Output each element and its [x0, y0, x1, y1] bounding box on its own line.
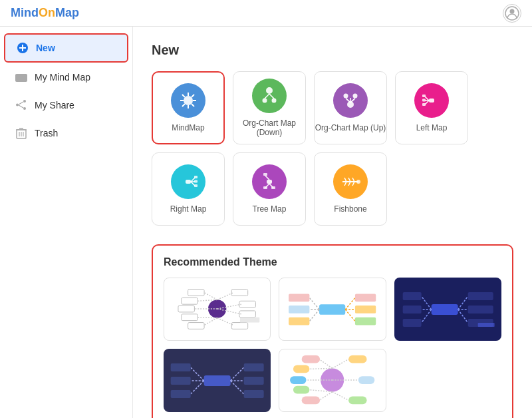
svg-line-24	[182, 104, 185, 106]
theme-card-3[interactable]	[394, 278, 501, 341]
svg-point-30	[272, 99, 277, 103]
svg-rect-94	[355, 317, 376, 325]
trash-icon	[15, 126, 28, 140]
svg-rect-80	[178, 306, 194, 312]
svg-point-6	[23, 100, 26, 103]
svg-rect-43	[422, 95, 426, 97]
map-type-tree-map[interactable]: Tree Map	[233, 152, 306, 226]
svg-point-26	[266, 87, 273, 94]
svg-rect-137	[293, 386, 309, 394]
map-type-org-down[interactable]: Org-Chart Map(Down)	[233, 71, 306, 144]
user-avatar[interactable]	[503, 4, 521, 23]
svg-rect-105	[467, 292, 493, 300]
logo: MindOnMap	[11, 6, 79, 20]
svg-rect-92	[355, 294, 376, 302]
svg-rect-113	[402, 319, 421, 327]
sidebar-item-trash[interactable]: Trash	[4, 120, 128, 146]
svg-rect-112	[402, 306, 421, 314]
svg-line-130	[310, 368, 332, 369]
map-type-fishbone[interactable]: Fishbone	[314, 152, 387, 226]
svg-line-116	[231, 367, 244, 381]
svg-line-104	[458, 310, 467, 323]
sidebar-new-label: New	[36, 43, 55, 53]
svg-rect-57	[263, 173, 267, 176]
map-type-left-map[interactable]: Left Map	[395, 71, 468, 144]
org-down-label: Org-Chart Map(Down)	[243, 118, 296, 137]
svg-line-9	[19, 102, 23, 104]
sidebar-item-my-share[interactable]: My Share	[4, 92, 128, 118]
svg-rect-119	[244, 363, 264, 371]
svg-rect-142	[348, 355, 366, 363]
right-map-label: Right Map	[170, 204, 207, 214]
share-icon	[15, 99, 28, 112]
logo-text: MindOnMap	[11, 6, 79, 20]
svg-rect-86	[231, 323, 247, 329]
svg-line-23	[192, 95, 194, 97]
map-type-right-map[interactable]: Right Map	[152, 152, 225, 226]
svg-line-22	[182, 95, 185, 97]
sidebar-trash-label: Trash	[35, 128, 58, 138]
left-map-label: Left Map	[416, 123, 448, 132]
sidebar: New My Mind Map My Share Trash	[0, 27, 133, 418]
svg-point-32	[353, 94, 358, 99]
svg-point-1	[510, 9, 515, 13]
svg-rect-120	[244, 377, 264, 385]
svg-line-118	[231, 381, 244, 394]
header: MindOnMap	[0, 0, 532, 27]
svg-point-67	[356, 180, 360, 184]
svg-rect-39	[429, 99, 434, 103]
theme-card-2[interactable]	[279, 278, 386, 341]
svg-line-77	[217, 318, 233, 325]
svg-line-27	[265, 94, 269, 99]
svg-rect-85	[239, 311, 255, 317]
svg-line-133	[319, 392, 332, 401]
svg-rect-82	[188, 323, 204, 329]
svg-point-29	[263, 99, 267, 103]
recommended-title: Recommended Theme	[164, 256, 501, 268]
fishbone-icon	[333, 164, 368, 199]
theme-card-4[interactable]	[164, 349, 271, 412]
svg-rect-136	[290, 376, 306, 384]
svg-line-122	[191, 367, 204, 381]
svg-rect-106	[467, 306, 493, 314]
svg-rect-98	[289, 294, 309, 302]
svg-rect-143	[358, 376, 374, 384]
map-type-mindmap[interactable]: MindMap	[152, 71, 225, 144]
sidebar-item-my-mind-map[interactable]: My Mind Map	[4, 64, 128, 91]
svg-line-141	[332, 392, 348, 401]
svg-rect-52	[194, 184, 198, 187]
folder-icon	[15, 71, 28, 84]
svg-line-28	[269, 94, 274, 99]
plus-icon	[16, 41, 29, 55]
map-type-org-up[interactable]: Org-Chart Map (Up)	[314, 71, 387, 144]
svg-line-97	[310, 310, 320, 321]
svg-rect-134	[302, 355, 320, 363]
svg-rect-125	[171, 363, 191, 371]
mindmap-label: MindMap	[172, 123, 204, 132]
new-section-title: New	[152, 43, 513, 58]
svg-line-124	[191, 381, 204, 394]
svg-line-89	[346, 298, 356, 310]
svg-rect-58	[263, 186, 267, 189]
svg-rect-127	[171, 390, 191, 398]
sidebar-mymindmap-label: My Mind Map	[35, 72, 90, 83]
org-up-icon	[333, 83, 368, 118]
svg-rect-50	[194, 176, 198, 178]
tree-map-icon	[252, 164, 287, 199]
theme-card-5[interactable]	[279, 349, 386, 412]
svg-rect-101	[431, 304, 458, 315]
sidebar-item-new[interactable]: New	[4, 33, 128, 63]
svg-rect-126	[171, 377, 191, 385]
svg-line-73	[204, 318, 217, 325]
svg-rect-99	[289, 306, 309, 314]
theme-card-1[interactable]	[164, 278, 271, 341]
svg-point-17	[184, 96, 193, 105]
content-area: New MindM	[133, 27, 532, 418]
svg-rect-115	[204, 375, 231, 386]
svg-line-72	[198, 317, 217, 318]
svg-line-69	[204, 293, 217, 300]
left-map-icon	[414, 83, 449, 118]
svg-line-129	[319, 359, 332, 369]
svg-rect-87	[240, 317, 259, 323]
svg-rect-51	[194, 180, 198, 183]
